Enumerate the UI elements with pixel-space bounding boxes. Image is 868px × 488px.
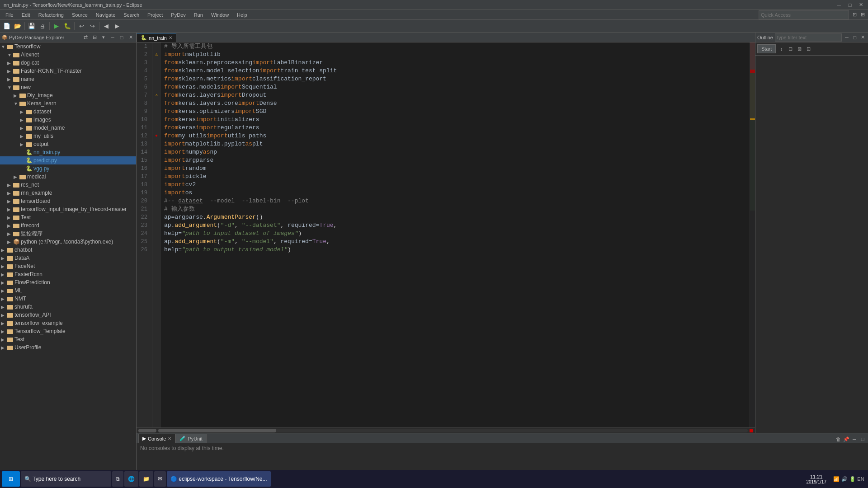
console-minimize-btn[interactable]: ─ bbox=[851, 436, 858, 443]
tree-item-18[interactable]: ▶rnn_example bbox=[0, 189, 136, 197]
save-button[interactable]: 💾 bbox=[27, 21, 37, 31]
tree-toggle-37[interactable]: ▶ bbox=[1, 345, 6, 350]
tree-item-22[interactable]: ▶tfrecord bbox=[0, 221, 136, 230]
open-button[interactable]: 📂 bbox=[13, 21, 23, 31]
tree-item-17[interactable]: ▶res_net bbox=[0, 181, 136, 189]
tree-item-8[interactable]: ▶dataset bbox=[0, 108, 136, 116]
outline-start-button[interactable]: Start bbox=[757, 44, 776, 53]
tree-toggle-4[interactable]: ▶ bbox=[7, 77, 13, 82]
menu-file[interactable]: File bbox=[2, 11, 17, 19]
maximize-button[interactable]: □ bbox=[846, 1, 854, 9]
tree-toggle-35[interactable]: ▶ bbox=[1, 329, 6, 334]
tree-toggle-18[interactable]: ▶ bbox=[7, 191, 13, 196]
tree-toggle-2[interactable]: ▶ bbox=[7, 61, 13, 66]
tree-item-9[interactable]: ▶images bbox=[0, 116, 136, 124]
redo-button[interactable]: ↪ bbox=[87, 21, 97, 31]
tree-toggle-1[interactable]: ▼ bbox=[7, 52, 13, 57]
tree-toggle-27[interactable]: ▶ bbox=[1, 264, 6, 269]
menu-run[interactable]: Run bbox=[190, 11, 207, 19]
outline-sort-btn[interactable]: ↕ bbox=[778, 45, 785, 52]
tree-toggle-0[interactable]: ▼ bbox=[1, 44, 6, 49]
outline-maximize-btn[interactable]: □ bbox=[852, 34, 858, 41]
explorer-collapse-btn[interactable]: ⊟ bbox=[91, 34, 98, 41]
tree-item-7[interactable]: ▼Keras_learn bbox=[0, 99, 136, 108]
mail-button[interactable]: ✉ bbox=[154, 471, 166, 487]
eclipse-taskbar-btn[interactable]: 🔵 eclipse-workspace - Tensorflow/Ne... bbox=[167, 471, 271, 487]
tree-item-24[interactable]: ▶📦python (e:\Progr...\conda3\python.exe) bbox=[0, 238, 136, 246]
editor-tab-nn-train[interactable]: 🐍 nn_train ✕ bbox=[137, 33, 176, 42]
tree-toggle-30[interactable]: ▶ bbox=[1, 288, 6, 293]
tree-toggle-11[interactable]: ▶ bbox=[20, 134, 25, 139]
tree-toggle-12[interactable]: ▶ bbox=[20, 142, 25, 147]
tree-toggle-3[interactable]: ▶ bbox=[7, 69, 13, 74]
new-button[interactable]: 📄 bbox=[2, 21, 12, 31]
quick-access-input[interactable] bbox=[759, 10, 849, 19]
tree-item-26[interactable]: ▶DataA bbox=[0, 254, 136, 262]
tree-item-3[interactable]: ▶Faster-RCNN_TF-master bbox=[0, 67, 136, 75]
debug-button[interactable]: 🐛 bbox=[62, 21, 72, 31]
tree-item-11[interactable]: ▶my_utils bbox=[0, 132, 136, 140]
outline-expand-btn[interactable]: ⊡ bbox=[805, 45, 812, 52]
tree-toggle-34[interactable]: ▶ bbox=[1, 321, 6, 326]
tray-lang[interactable]: EN bbox=[857, 475, 864, 483]
explorer-menu-btn[interactable]: ▾ bbox=[100, 34, 107, 41]
explorer-maximize-btn[interactable]: □ bbox=[118, 34, 125, 41]
next-button[interactable]: ▶ bbox=[112, 21, 122, 31]
tab-close-btn[interactable]: ✕ bbox=[169, 35, 172, 40]
outline-collapse-btn[interactable]: ⊠ bbox=[796, 45, 803, 52]
tree-toggle-32[interactable]: ▶ bbox=[1, 305, 6, 310]
outline-minimize-btn[interactable]: ─ bbox=[844, 34, 850, 41]
tree-item-27[interactable]: ▶FaceNet bbox=[0, 262, 136, 270]
menu-pydev[interactable]: PyDev bbox=[167, 11, 189, 19]
edge-button[interactable]: 🌐 bbox=[124, 471, 138, 487]
h-scrollbar[interactable] bbox=[137, 427, 755, 433]
tree-item-29[interactable]: ▶FlowPrediction bbox=[0, 278, 136, 286]
close-button[interactable]: ✕ bbox=[857, 1, 864, 9]
tree-toggle-26[interactable]: ▶ bbox=[1, 256, 6, 261]
print-button[interactable]: 🖨 bbox=[38, 21, 47, 31]
tree-item-2[interactable]: ▶dog-cat bbox=[0, 59, 136, 67]
tree-item-5[interactable]: ▼new bbox=[0, 83, 136, 91]
task-view-button[interactable]: ⧉ bbox=[112, 471, 123, 487]
tree-item-37[interactable]: ▶UserProfile bbox=[0, 343, 136, 352]
tree-toggle-5[interactable]: ▼ bbox=[7, 85, 13, 90]
tree-item-21[interactable]: ▶Test bbox=[0, 213, 136, 221]
tree-toggle-17[interactable]: ▶ bbox=[7, 183, 13, 188]
search-button[interactable]: 🔍 Type here to search bbox=[21, 471, 111, 487]
tree-toggle-25[interactable]: ▶ bbox=[1, 248, 6, 253]
tray-battery[interactable]: 🔋 bbox=[849, 475, 856, 483]
explorer-button[interactable]: 📁 bbox=[139, 471, 153, 487]
tree-item-16[interactable]: ▶medical bbox=[0, 173, 136, 181]
tree-toggle-24[interactable]: ▶ bbox=[7, 239, 13, 244]
outline-close-btn[interactable]: ✕ bbox=[860, 34, 866, 41]
menu-window[interactable]: Window bbox=[208, 11, 232, 19]
tree-toggle-9[interactable]: ▶ bbox=[20, 117, 25, 122]
tree-item-28[interactable]: ▶FasterRcnn bbox=[0, 270, 136, 278]
explorer-close-btn[interactable]: ✕ bbox=[127, 34, 134, 41]
tree-toggle-28[interactable]: ▶ bbox=[1, 272, 6, 277]
tree-item-0[interactable]: ▼Tensorflow bbox=[0, 42, 136, 51]
tree-toggle-36[interactable]: ▶ bbox=[1, 337, 6, 342]
tree-toggle-8[interactable]: ▶ bbox=[20, 109, 25, 114]
tree-toggle-7[interactable]: ▼ bbox=[14, 101, 19, 106]
menu-navigate[interactable]: Navigate bbox=[92, 11, 119, 19]
pyunit-tab[interactable]: 🧪 PyUnit bbox=[175, 434, 206, 443]
tree-item-36[interactable]: ▶Test bbox=[0, 335, 136, 343]
tree-toggle-16[interactable]: ▶ bbox=[14, 174, 19, 179]
tree-item-25[interactable]: ▶chatbot bbox=[0, 246, 136, 254]
menu-search[interactable]: Search bbox=[120, 11, 143, 19]
tree-item-13[interactable]: 🐍nn_train.py bbox=[0, 148, 136, 156]
tree-item-30[interactable]: ▶ML bbox=[0, 286, 136, 295]
tree-item-6[interactable]: ▶Diy_image bbox=[0, 91, 136, 99]
tree-toggle-20[interactable]: ▶ bbox=[7, 207, 13, 212]
tree-toggle-23[interactable]: ▶ bbox=[7, 231, 13, 236]
perspective-btn-1[interactable]: ⊡ bbox=[851, 11, 858, 19]
prev-button[interactable]: ◀ bbox=[101, 21, 111, 31]
tree-item-19[interactable]: ▶tensorBoard bbox=[0, 197, 136, 205]
console-tab[interactable]: ▶ Console ✕ bbox=[138, 434, 175, 443]
start-button[interactable]: ⊞ bbox=[2, 471, 20, 487]
code-content[interactable]: # 导入所需工具包import matplotlibfrom sklearn.p… bbox=[160, 42, 750, 427]
tree-item-20[interactable]: ▶tensorflow_input_image_by_tfrecord-mast… bbox=[0, 205, 136, 213]
tree-item-33[interactable]: ▶tensorflow_API bbox=[0, 311, 136, 319]
menu-refactoring[interactable]: Refactoring bbox=[35, 11, 67, 19]
